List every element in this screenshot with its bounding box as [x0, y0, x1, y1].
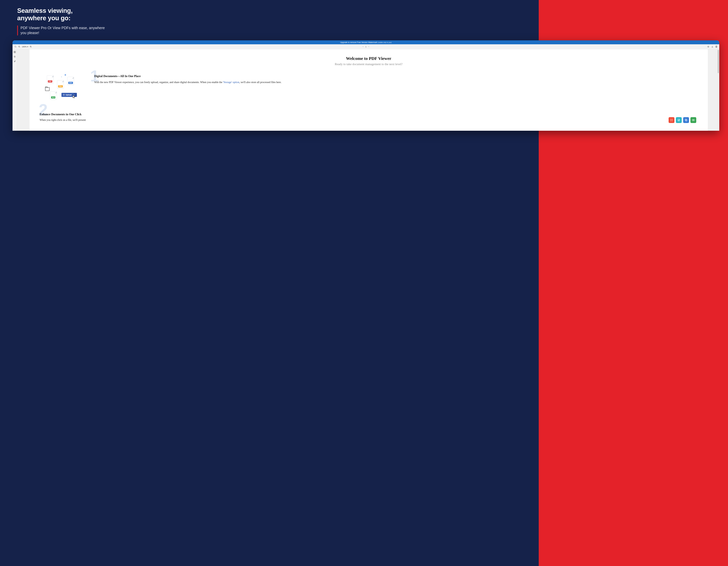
hero-subtitle: PDF Viewer Pro Or View PDFs with ease, a… — [17, 25, 110, 35]
compress-tile-icon[interactable] — [669, 117, 674, 123]
upload-label: Upload — [66, 94, 72, 96]
document-viewport[interactable]: Welcome to PDF Viewer Ready to take docu… — [17, 49, 719, 131]
download-icon[interactable] — [711, 45, 713, 48]
edit-tile-icon[interactable] — [676, 117, 682, 123]
svg-line-8 — [31, 47, 32, 47]
hero-title-line2: anywhere you go: — [17, 14, 70, 22]
svg-rect-14 — [14, 52, 15, 53]
doc-title: Welcome to PDF Viewer — [40, 56, 698, 61]
svg-rect-12 — [14, 51, 15, 52]
svg-line-1 — [16, 47, 16, 47]
doc-subtitle: Ready to take document management to the… — [40, 62, 698, 66]
svg-point-0 — [15, 46, 16, 47]
scrollbar[interactable] — [717, 49, 719, 131]
file-tile-xls: XLS — [50, 91, 57, 99]
search-icon[interactable] — [14, 45, 17, 48]
upgrade-banner-note: (visible only to you) — [378, 42, 392, 43]
zoom-level[interactable]: 190% ▾ — [22, 46, 28, 48]
app-window: Upgrade to remove Free Version Watermark… — [13, 40, 719, 131]
outline-icon[interactable] — [13, 55, 16, 58]
svg-rect-10 — [716, 46, 717, 46]
storage-option-link[interactable]: 'Storage' option — [223, 81, 239, 84]
tool-tiles — [669, 117, 696, 123]
print-icon[interactable] — [715, 45, 718, 48]
upgrade-banner-text: Upgrade to remove Free Version Watermark — [340, 41, 378, 43]
cursor-icon — [73, 95, 75, 98]
merge-tile-icon[interactable] — [690, 117, 696, 123]
toolbar: 190% ▾ 1 — [13, 44, 719, 49]
svg-rect-22 — [678, 119, 680, 121]
section-1-body: With the new PDF Viewer experience, you … — [94, 80, 698, 84]
file-tile-pdf: PDF — [47, 75, 54, 83]
zoom-out-icon[interactable] — [18, 45, 20, 48]
copy-tile-icon[interactable] — [683, 117, 689, 123]
svg-rect-16 — [14, 56, 15, 57]
close-icon: ✕ — [64, 74, 66, 76]
upgrade-banner[interactable]: Upgrade to remove Free Version Watermark… — [13, 40, 719, 44]
badge-pdf: PDF — [48, 80, 52, 82]
section-2-body: When you right-click on a file, we'll pr… — [40, 118, 102, 122]
section-2-heading: Enhance Documents in One Click — [40, 113, 698, 116]
thumbnails-icon[interactable] — [13, 50, 16, 54]
section-2: 2 Enhance Documents in One Click When yo… — [40, 113, 698, 122]
plus-circle-icon — [63, 94, 65, 96]
page-number[interactable]: 1 — [365, 46, 366, 48]
svg-rect-15 — [15, 52, 15, 53]
badge-xls: XLS — [51, 96, 55, 98]
next-page-icon[interactable] — [368, 45, 370, 48]
badge-png: PNG — [58, 85, 63, 87]
folder-icon — [45, 87, 50, 91]
section-1: 1 Digital Documents—All In One Place Wit… — [94, 74, 698, 106]
badge-doc: DOC — [68, 82, 73, 84]
scrollbar-thumb[interactable] — [718, 50, 719, 73]
hero-title-line1: Seamless viewing, — [17, 7, 73, 14]
move-icon[interactable] — [707, 45, 709, 48]
file-tile-doc: DOC — [67, 77, 74, 85]
hero-section: Seamless viewing, anywhere you go: PDF V… — [0, 0, 728, 35]
document-page: Welcome to PDF Viewer Ready to take docu… — [29, 49, 708, 131]
hero-title: Seamless viewing, anywhere you go: — [17, 7, 715, 22]
svg-line-4 — [20, 47, 20, 47]
svg-rect-13 — [15, 51, 15, 52]
sidebar — [13, 49, 17, 131]
prev-page-icon[interactable] — [362, 45, 364, 48]
attachments-icon[interactable] — [13, 60, 16, 63]
zoom-in-icon[interactable] — [30, 45, 32, 48]
svg-rect-23 — [685, 119, 687, 121]
decorative-dot — [61, 76, 62, 77]
section-1-heading: Digital Documents—All In One Place — [94, 74, 698, 78]
svg-rect-24 — [686, 120, 687, 121]
file-tile-png: PNG — [57, 80, 64, 88]
